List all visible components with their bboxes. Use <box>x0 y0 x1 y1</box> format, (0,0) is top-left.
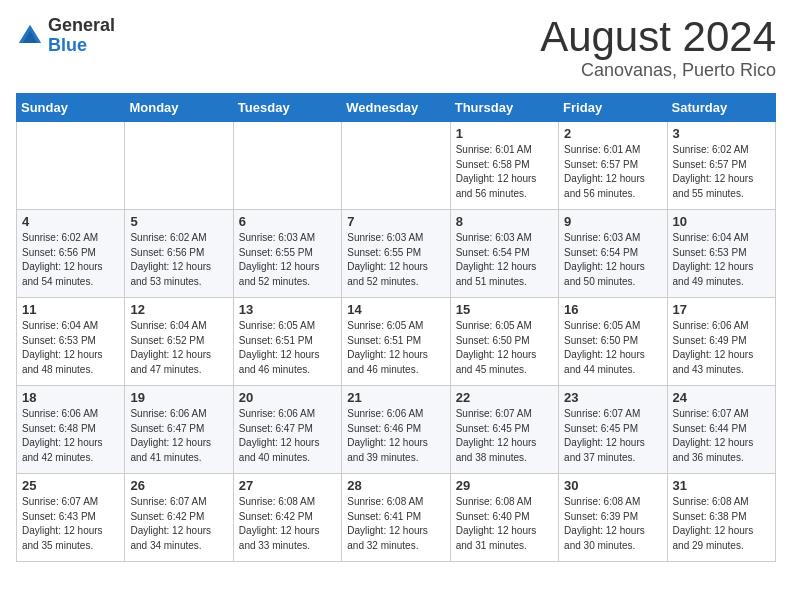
weekday-header: Saturday <box>667 94 775 122</box>
calendar-cell: 16Sunrise: 6:05 AM Sunset: 6:50 PM Dayli… <box>559 298 667 386</box>
weekday-header: Tuesday <box>233 94 341 122</box>
day-number: 16 <box>564 302 661 317</box>
weekday-header: Thursday <box>450 94 558 122</box>
calendar-cell: 13Sunrise: 6:05 AM Sunset: 6:51 PM Dayli… <box>233 298 341 386</box>
day-number: 7 <box>347 214 444 229</box>
weekday-header: Sunday <box>17 94 125 122</box>
day-number: 5 <box>130 214 227 229</box>
day-info: Sunrise: 6:01 AM Sunset: 6:58 PM Dayligh… <box>456 143 553 201</box>
calendar-cell <box>17 122 125 210</box>
day-info: Sunrise: 6:04 AM Sunset: 6:52 PM Dayligh… <box>130 319 227 377</box>
calendar-cell: 9Sunrise: 6:03 AM Sunset: 6:54 PM Daylig… <box>559 210 667 298</box>
day-number: 11 <box>22 302 119 317</box>
calendar-cell: 7Sunrise: 6:03 AM Sunset: 6:55 PM Daylig… <box>342 210 450 298</box>
day-number: 26 <box>130 478 227 493</box>
day-info: Sunrise: 6:08 AM Sunset: 6:38 PM Dayligh… <box>673 495 770 553</box>
day-info: Sunrise: 6:07 AM Sunset: 6:45 PM Dayligh… <box>564 407 661 465</box>
logo-text: General Blue <box>48 16 115 56</box>
calendar-week-row: 11Sunrise: 6:04 AM Sunset: 6:53 PM Dayli… <box>17 298 776 386</box>
calendar-cell: 12Sunrise: 6:04 AM Sunset: 6:52 PM Dayli… <box>125 298 233 386</box>
logo-icon <box>16 22 44 50</box>
calendar-week-row: 4Sunrise: 6:02 AM Sunset: 6:56 PM Daylig… <box>17 210 776 298</box>
calendar-cell: 11Sunrise: 6:04 AM Sunset: 6:53 PM Dayli… <box>17 298 125 386</box>
day-info: Sunrise: 6:06 AM Sunset: 6:48 PM Dayligh… <box>22 407 119 465</box>
calendar-cell: 2Sunrise: 6:01 AM Sunset: 6:57 PM Daylig… <box>559 122 667 210</box>
day-number: 24 <box>673 390 770 405</box>
day-info: Sunrise: 6:04 AM Sunset: 6:53 PM Dayligh… <box>22 319 119 377</box>
calendar-body: 1Sunrise: 6:01 AM Sunset: 6:58 PM Daylig… <box>17 122 776 562</box>
day-info: Sunrise: 6:05 AM Sunset: 6:51 PM Dayligh… <box>347 319 444 377</box>
day-number: 12 <box>130 302 227 317</box>
calendar-cell: 27Sunrise: 6:08 AM Sunset: 6:42 PM Dayli… <box>233 474 341 562</box>
day-info: Sunrise: 6:08 AM Sunset: 6:39 PM Dayligh… <box>564 495 661 553</box>
day-info: Sunrise: 6:08 AM Sunset: 6:42 PM Dayligh… <box>239 495 336 553</box>
day-number: 27 <box>239 478 336 493</box>
calendar-cell <box>233 122 341 210</box>
day-number: 13 <box>239 302 336 317</box>
day-number: 1 <box>456 126 553 141</box>
calendar-cell <box>125 122 233 210</box>
day-number: 19 <box>130 390 227 405</box>
calendar-cell: 17Sunrise: 6:06 AM Sunset: 6:49 PM Dayli… <box>667 298 775 386</box>
day-number: 21 <box>347 390 444 405</box>
day-info: Sunrise: 6:03 AM Sunset: 6:55 PM Dayligh… <box>239 231 336 289</box>
day-info: Sunrise: 6:03 AM Sunset: 6:55 PM Dayligh… <box>347 231 444 289</box>
day-number: 30 <box>564 478 661 493</box>
day-number: 10 <box>673 214 770 229</box>
day-info: Sunrise: 6:06 AM Sunset: 6:49 PM Dayligh… <box>673 319 770 377</box>
day-info: Sunrise: 6:02 AM Sunset: 6:57 PM Dayligh… <box>673 143 770 201</box>
calendar-cell: 20Sunrise: 6:06 AM Sunset: 6:47 PM Dayli… <box>233 386 341 474</box>
day-number: 8 <box>456 214 553 229</box>
day-number: 6 <box>239 214 336 229</box>
calendar-cell: 22Sunrise: 6:07 AM Sunset: 6:45 PM Dayli… <box>450 386 558 474</box>
calendar-cell: 10Sunrise: 6:04 AM Sunset: 6:53 PM Dayli… <box>667 210 775 298</box>
day-number: 25 <box>22 478 119 493</box>
day-info: Sunrise: 6:03 AM Sunset: 6:54 PM Dayligh… <box>456 231 553 289</box>
page-header: General Blue August 2024 Canovanas, Puer… <box>16 16 776 81</box>
day-number: 17 <box>673 302 770 317</box>
calendar-cell: 24Sunrise: 6:07 AM Sunset: 6:44 PM Dayli… <box>667 386 775 474</box>
weekday-header: Wednesday <box>342 94 450 122</box>
day-info: Sunrise: 6:03 AM Sunset: 6:54 PM Dayligh… <box>564 231 661 289</box>
calendar-cell: 3Sunrise: 6:02 AM Sunset: 6:57 PM Daylig… <box>667 122 775 210</box>
day-info: Sunrise: 6:02 AM Sunset: 6:56 PM Dayligh… <box>22 231 119 289</box>
day-info: Sunrise: 6:05 AM Sunset: 6:50 PM Dayligh… <box>456 319 553 377</box>
calendar-cell: 19Sunrise: 6:06 AM Sunset: 6:47 PM Dayli… <box>125 386 233 474</box>
weekday-row: SundayMondayTuesdayWednesdayThursdayFrid… <box>17 94 776 122</box>
title-block: August 2024 Canovanas, Puerto Rico <box>540 16 776 81</box>
subtitle: Canovanas, Puerto Rico <box>540 60 776 81</box>
calendar-week-row: 1Sunrise: 6:01 AM Sunset: 6:58 PM Daylig… <box>17 122 776 210</box>
day-number: 22 <box>456 390 553 405</box>
calendar-cell: 1Sunrise: 6:01 AM Sunset: 6:58 PM Daylig… <box>450 122 558 210</box>
calendar-table: SundayMondayTuesdayWednesdayThursdayFrid… <box>16 93 776 562</box>
day-number: 9 <box>564 214 661 229</box>
calendar-cell: 23Sunrise: 6:07 AM Sunset: 6:45 PM Dayli… <box>559 386 667 474</box>
calendar-cell: 18Sunrise: 6:06 AM Sunset: 6:48 PM Dayli… <box>17 386 125 474</box>
day-number: 2 <box>564 126 661 141</box>
day-number: 3 <box>673 126 770 141</box>
calendar-cell: 29Sunrise: 6:08 AM Sunset: 6:40 PM Dayli… <box>450 474 558 562</box>
calendar-cell: 6Sunrise: 6:03 AM Sunset: 6:55 PM Daylig… <box>233 210 341 298</box>
calendar-cell: 28Sunrise: 6:08 AM Sunset: 6:41 PM Dayli… <box>342 474 450 562</box>
day-info: Sunrise: 6:08 AM Sunset: 6:40 PM Dayligh… <box>456 495 553 553</box>
day-number: 14 <box>347 302 444 317</box>
calendar-week-row: 18Sunrise: 6:06 AM Sunset: 6:48 PM Dayli… <box>17 386 776 474</box>
weekday-header: Friday <box>559 94 667 122</box>
day-number: 29 <box>456 478 553 493</box>
day-info: Sunrise: 6:01 AM Sunset: 6:57 PM Dayligh… <box>564 143 661 201</box>
day-info: Sunrise: 6:05 AM Sunset: 6:50 PM Dayligh… <box>564 319 661 377</box>
calendar-cell: 15Sunrise: 6:05 AM Sunset: 6:50 PM Dayli… <box>450 298 558 386</box>
calendar-cell: 4Sunrise: 6:02 AM Sunset: 6:56 PM Daylig… <box>17 210 125 298</box>
calendar-cell: 31Sunrise: 6:08 AM Sunset: 6:38 PM Dayli… <box>667 474 775 562</box>
calendar-cell: 8Sunrise: 6:03 AM Sunset: 6:54 PM Daylig… <box>450 210 558 298</box>
day-number: 4 <box>22 214 119 229</box>
day-info: Sunrise: 6:05 AM Sunset: 6:51 PM Dayligh… <box>239 319 336 377</box>
logo-blue-text: Blue <box>48 36 115 56</box>
calendar-week-row: 25Sunrise: 6:07 AM Sunset: 6:43 PM Dayli… <box>17 474 776 562</box>
day-info: Sunrise: 6:04 AM Sunset: 6:53 PM Dayligh… <box>673 231 770 289</box>
logo: General Blue <box>16 16 115 56</box>
calendar-cell: 30Sunrise: 6:08 AM Sunset: 6:39 PM Dayli… <box>559 474 667 562</box>
logo-general-text: General <box>48 16 115 36</box>
day-number: 23 <box>564 390 661 405</box>
calendar-cell: 25Sunrise: 6:07 AM Sunset: 6:43 PM Dayli… <box>17 474 125 562</box>
